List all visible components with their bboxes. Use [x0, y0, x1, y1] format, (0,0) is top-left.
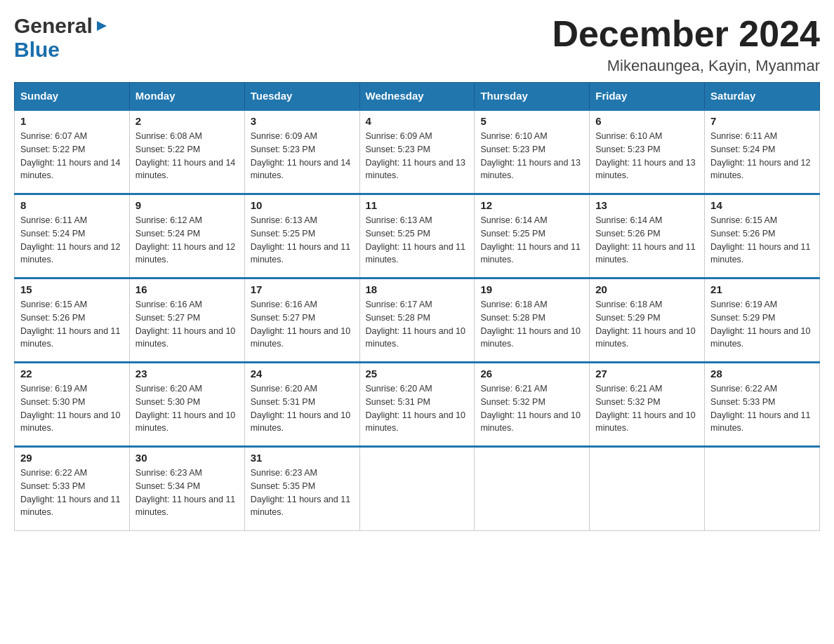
- empty-cell: [475, 447, 590, 531]
- calendar-day-cell: 8 Sunrise: 6:11 AM Sunset: 5:24 PM Dayli…: [15, 194, 130, 279]
- empty-cell: [359, 447, 475, 531]
- daylight-label: Daylight: 11 hours and 14 minutes.: [251, 158, 350, 181]
- logo-triangle-icon: [95, 20, 108, 35]
- sunset-label: Sunset: 5:26 PM: [595, 229, 660, 239]
- calendar-day-cell: 20 Sunrise: 6:18 AM Sunset: 5:29 PM Dayl…: [590, 279, 705, 363]
- day-info: Sunrise: 6:19 AM Sunset: 5:29 PM Dayligh…: [710, 298, 814, 351]
- sunrise-label: Sunrise: 6:10 AM: [480, 131, 547, 141]
- sunrise-label: Sunrise: 6:19 AM: [20, 384, 87, 394]
- day-info: Sunrise: 6:14 AM Sunset: 5:25 PM Dayligh…: [480, 214, 583, 267]
- day-info: Sunrise: 6:23 AM Sunset: 5:35 PM Dayligh…: [251, 467, 354, 519]
- calendar-day-cell: 13 Sunrise: 6:14 AM Sunset: 5:26 PM Dayl…: [590, 194, 705, 279]
- logo: General Blue: [14, 14, 108, 62]
- daylight-label: Daylight: 11 hours and 11 minutes.: [135, 495, 235, 518]
- daylight-label: Daylight: 11 hours and 11 minutes.: [595, 242, 695, 265]
- svg-marker-0: [97, 21, 107, 31]
- daylight-label: Daylight: 11 hours and 14 minutes.: [20, 158, 120, 181]
- daylight-label: Daylight: 11 hours and 13 minutes.: [366, 158, 465, 181]
- sunset-label: Sunset: 5:30 PM: [135, 397, 200, 407]
- calendar-day-cell: 21 Sunrise: 6:19 AM Sunset: 5:29 PM Dayl…: [705, 279, 820, 363]
- sunset-label: Sunset: 5:35 PM: [251, 481, 315, 491]
- sunrise-label: Sunrise: 6:23 AM: [135, 468, 202, 478]
- day-info: Sunrise: 6:17 AM Sunset: 5:28 PM Dayligh…: [366, 298, 469, 351]
- sunrise-label: Sunrise: 6:14 AM: [480, 215, 547, 225]
- sunset-label: Sunset: 5:32 PM: [480, 397, 545, 407]
- sunset-label: Sunset: 5:25 PM: [366, 229, 430, 239]
- sunset-label: Sunset: 5:23 PM: [595, 145, 660, 154]
- calendar-day-cell: 5 Sunrise: 6:10 AM Sunset: 5:23 PM Dayli…: [475, 110, 590, 194]
- sunrise-label: Sunrise: 6:17 AM: [366, 300, 432, 309]
- day-number: 9: [135, 199, 239, 211]
- daylight-label: Daylight: 11 hours and 10 minutes.: [480, 326, 580, 349]
- daylight-label: Daylight: 11 hours and 11 minutes.: [710, 410, 810, 434]
- sunrise-label: Sunrise: 6:08 AM: [135, 131, 202, 141]
- day-number: 28: [710, 368, 814, 380]
- sunrise-label: Sunrise: 6:21 AM: [480, 384, 547, 394]
- day-number: 22: [20, 368, 124, 380]
- calendar-day-cell: 12 Sunrise: 6:14 AM Sunset: 5:25 PM Dayl…: [475, 194, 590, 279]
- day-info: Sunrise: 6:20 AM Sunset: 5:31 PM Dayligh…: [251, 382, 354, 435]
- day-info: Sunrise: 6:20 AM Sunset: 5:30 PM Dayligh…: [135, 382, 239, 435]
- day-info: Sunrise: 6:20 AM Sunset: 5:31 PM Dayligh…: [366, 382, 469, 435]
- sunrise-label: Sunrise: 6:15 AM: [710, 215, 777, 225]
- sunrise-label: Sunrise: 6:13 AM: [251, 215, 317, 225]
- sunset-label: Sunset: 5:33 PM: [20, 481, 85, 491]
- sunset-label: Sunset: 5:26 PM: [20, 313, 85, 323]
- day-number: 23: [135, 368, 239, 380]
- daylight-label: Daylight: 11 hours and 11 minutes.: [480, 242, 580, 265]
- day-info: Sunrise: 6:09 AM Sunset: 5:23 PM Dayligh…: [366, 130, 469, 182]
- day-number: 5: [480, 115, 583, 127]
- day-info: Sunrise: 6:18 AM Sunset: 5:28 PM Dayligh…: [480, 298, 583, 351]
- calendar-day-cell: 6 Sunrise: 6:10 AM Sunset: 5:23 PM Dayli…: [590, 110, 705, 194]
- sunset-label: Sunset: 5:24 PM: [135, 229, 200, 239]
- day-info: Sunrise: 6:18 AM Sunset: 5:29 PM Dayligh…: [595, 298, 699, 351]
- daylight-label: Daylight: 11 hours and 12 minutes.: [135, 242, 235, 265]
- sunrise-label: Sunrise: 6:20 AM: [366, 384, 432, 394]
- sunrise-label: Sunrise: 6:09 AM: [366, 131, 432, 141]
- calendar-day-cell: 4 Sunrise: 6:09 AM Sunset: 5:23 PM Dayli…: [359, 110, 475, 194]
- calendar-day-cell: 9 Sunrise: 6:12 AM Sunset: 5:24 PM Dayli…: [129, 194, 244, 279]
- sunrise-label: Sunrise: 6:22 AM: [710, 384, 777, 394]
- day-number: 20: [595, 283, 699, 295]
- day-info: Sunrise: 6:21 AM Sunset: 5:32 PM Dayligh…: [480, 382, 583, 435]
- day-number: 24: [251, 368, 354, 380]
- daylight-label: Daylight: 11 hours and 11 minutes.: [20, 326, 120, 349]
- day-info: Sunrise: 6:15 AM Sunset: 5:26 PM Dayligh…: [20, 298, 124, 351]
- calendar-day-cell: 25 Sunrise: 6:20 AM Sunset: 5:31 PM Dayl…: [359, 363, 475, 447]
- calendar-table: SundayMondayTuesdayWednesdayThursdayFrid…: [14, 82, 820, 531]
- daylight-label: Daylight: 11 hours and 10 minutes.: [20, 410, 120, 434]
- sunrise-label: Sunrise: 6:11 AM: [20, 215, 87, 225]
- logo-blue-text: Blue: [14, 38, 60, 61]
- sunset-label: Sunset: 5:22 PM: [20, 145, 85, 154]
- calendar-day-cell: 2 Sunrise: 6:08 AM Sunset: 5:22 PM Dayli…: [129, 110, 244, 194]
- sunset-label: Sunset: 5:30 PM: [20, 397, 85, 407]
- sunset-label: Sunset: 5:27 PM: [251, 313, 315, 323]
- day-number: 30: [135, 452, 239, 464]
- day-info: Sunrise: 6:10 AM Sunset: 5:23 PM Dayligh…: [595, 130, 699, 182]
- calendar-day-cell: 24 Sunrise: 6:20 AM Sunset: 5:31 PM Dayl…: [244, 363, 359, 447]
- daylight-label: Daylight: 11 hours and 13 minutes.: [480, 158, 580, 181]
- day-number: 15: [20, 283, 124, 295]
- daylight-label: Daylight: 11 hours and 10 minutes.: [135, 326, 235, 349]
- day-number: 8: [20, 199, 124, 211]
- sunrise-label: Sunrise: 6:21 AM: [595, 384, 662, 394]
- calendar-day-cell: 19 Sunrise: 6:18 AM Sunset: 5:28 PM Dayl…: [475, 279, 590, 363]
- daylight-label: Daylight: 11 hours and 11 minutes.: [251, 495, 350, 518]
- day-info: Sunrise: 6:13 AM Sunset: 5:25 PM Dayligh…: [251, 214, 354, 267]
- daylight-label: Daylight: 11 hours and 11 minutes.: [251, 242, 350, 265]
- daylight-label: Daylight: 11 hours and 11 minutes.: [20, 495, 120, 518]
- day-number: 18: [366, 283, 469, 295]
- sunrise-label: Sunrise: 6:18 AM: [595, 300, 662, 309]
- day-info: Sunrise: 6:16 AM Sunset: 5:27 PM Dayligh…: [251, 298, 354, 351]
- daylight-label: Daylight: 11 hours and 10 minutes.: [595, 410, 695, 434]
- location-text: Mikenaungea, Kayin, Myanmar: [552, 57, 820, 75]
- sunset-label: Sunset: 5:31 PM: [251, 397, 315, 407]
- day-number: 12: [480, 199, 583, 211]
- day-info: Sunrise: 6:07 AM Sunset: 5:22 PM Dayligh…: [20, 130, 124, 182]
- calendar-day-cell: 26 Sunrise: 6:21 AM Sunset: 5:32 PM Dayl…: [475, 363, 590, 447]
- sunrise-label: Sunrise: 6:15 AM: [20, 300, 87, 309]
- daylight-label: Daylight: 11 hours and 11 minutes.: [710, 242, 810, 265]
- sunrise-label: Sunrise: 6:23 AM: [251, 468, 317, 478]
- sunset-label: Sunset: 5:23 PM: [480, 145, 545, 154]
- sunset-label: Sunset: 5:25 PM: [480, 229, 545, 239]
